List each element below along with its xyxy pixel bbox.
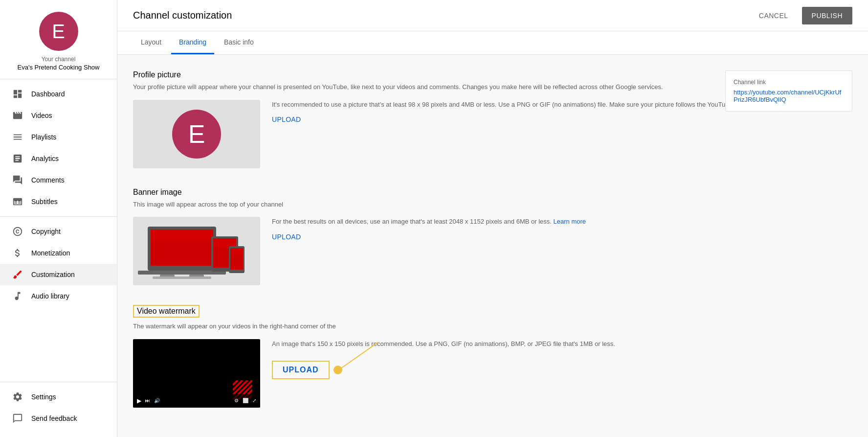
channel-link-label: Channel link [734,79,844,86]
dashboard-icon [12,88,23,100]
banner-info-text: For the best results on all devices, use… [272,217,852,227]
banner-illustration [133,217,260,285]
tab-layout[interactable]: Layout [133,31,169,54]
sidebar-item-monetization[interactable]: Monetization [0,242,117,264]
tabs: Layout Branding Basic info [117,31,868,55]
profile-upload-button[interactable]: UPLOAD [272,115,852,123]
sidebar-bottom: Settings Send feedback [0,382,117,437]
svg-rect-12 [153,276,211,279]
copyright-icon [12,226,23,237]
comments-icon [12,174,23,186]
sidebar-item-playlists[interactable]: Playlists [0,126,117,148]
sidebar-item-label: Customization [31,271,75,278]
content-area: Channel link https://youtube.com/channel… [117,55,868,437]
page-title: Channel customization [133,10,232,21]
profile-avatar: E [172,110,221,159]
sidebar-item-label: Copyright [31,228,61,235]
sidebar-item-audio-library[interactable]: Audio library [0,285,117,307]
svg-rect-9 [230,248,243,255]
watermark-preview: ▶ ⏭ 🔊 ⚙ ⬜ ⤢ [133,339,260,408]
analytics-icon [12,153,23,164]
main-content: Channel customization CANCEL PUBLISH Lay… [117,0,868,437]
sidebar-item-label: Monetization [31,249,70,257]
sidebar-item-label: Settings [31,393,56,401]
customization-icon [12,269,23,280]
sidebar-item-label: Send feedback [31,414,77,422]
watermark-desc: The watermark will appear on your videos… [133,322,852,331]
sidebar-item-dashboard[interactable]: Dashboard [0,83,117,105]
videos-icon [12,110,23,121]
sidebar-item-label: Videos [31,112,52,119]
feedback-icon [12,413,23,424]
watermark-upload-button[interactable]: UPLOAD [283,366,319,374]
watermark-info: An image that's 150 x 150 pixels is reco… [272,339,852,380]
banner-section: Banner image This image will appear acro… [133,188,852,286]
banner-preview [133,217,260,285]
banner-info: For the best results on all devices, use… [272,217,852,241]
banner-title: Banner image [133,188,852,197]
sidebar-item-comments[interactable]: Comments [0,169,117,191]
profile-preview: E [133,100,260,168]
avatar: E [39,12,78,51]
channel-link-box: Channel link https://youtube.com/channel… [725,70,852,112]
publish-button[interactable]: PUBLISH [802,7,852,24]
sidebar-item-settings[interactable]: Settings [0,386,117,408]
watermark-upload-highlight-box: UPLOAD [272,361,330,379]
sidebar-item-copyright[interactable]: Copyright [0,221,117,242]
watermark-title-highlight: Video watermark [133,305,200,318]
channel-label: Your channel [42,56,76,63]
watermark-upload-container: UPLOAD [272,361,342,379]
audio-icon [12,290,23,302]
sidebar-item-label: Audio library [31,292,69,300]
svg-rect-2 [151,230,213,241]
sidebar: E Your channel Eva's Pretend Cooking Sho… [0,0,117,437]
sidebar-item-label: Dashboard [31,90,65,98]
sidebar-nav: Dashboard Videos Playlists Analytics Com… [0,79,117,382]
channel-link-url[interactable]: https://youtube.com/channel/UCjKkrUfPriz… [734,89,844,103]
watermark-body: ▶ ⏭ 🔊 ⚙ ⬜ ⤢ An image that's 150 x 150 pi… [133,339,852,408]
sidebar-item-send-feedback[interactable]: Send feedback [0,408,117,429]
watermark-title: Video watermark [137,307,196,316]
channel-info: E Your channel Eva's Pretend Cooking Sho… [0,0,117,79]
sidebar-item-label: Subtitles [31,198,58,206]
banner-body: For the best results on all devices, use… [133,217,852,285]
banner-desc: This image will appear across the top of… [133,200,852,209]
sidebar-item-analytics[interactable]: Analytics [0,148,117,169]
upload-arrow-indicator [334,366,342,374]
playlists-icon [12,131,23,143]
monetization-icon [12,247,23,259]
svg-rect-6 [213,238,236,247]
sidebar-item-label: Comments [31,176,65,184]
banner-learn-more[interactable]: Learn more [554,218,586,225]
sidebar-item-customization[interactable]: Customization [0,264,117,285]
watermark-controls: ▶ ⏭ 🔊 ⚙ ⬜ ⤢ [133,394,260,408]
topbar-actions: CANCEL PUBLISH [751,7,852,24]
divider [0,216,117,217]
cancel-button[interactable]: CANCEL [751,8,796,23]
sidebar-item-subtitles[interactable]: Subtitles [0,191,117,212]
watermark-info-text: An image that's 150 x 150 pixels is reco… [272,339,852,349]
topbar: Channel customization CANCEL PUBLISH [117,0,868,31]
sidebar-item-label: Playlists [31,133,56,141]
channel-name: Eva's Pretend Cooking Show [18,64,100,71]
sidebar-item-label: Analytics [31,155,59,162]
subtitles-icon [12,196,23,207]
settings-icon [12,391,23,403]
tab-branding[interactable]: Branding [171,31,214,54]
watermark-section: Video watermark The watermark will appea… [133,305,852,408]
banner-upload-button[interactable]: UPLOAD [272,233,852,241]
tab-basic-info[interactable]: Basic info [216,31,262,54]
sidebar-item-videos[interactable]: Videos [0,105,117,126]
